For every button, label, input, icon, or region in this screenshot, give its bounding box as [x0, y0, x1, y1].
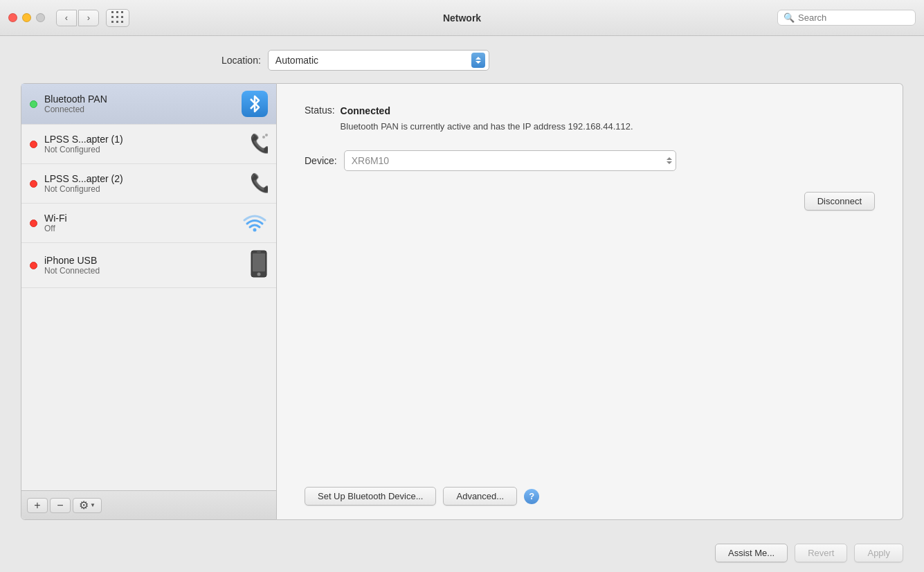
network-name-lpss2: LPSS S...apter (2)	[44, 173, 248, 184]
location-select-wrap: Automatic	[268, 50, 489, 71]
status-dot-red-4	[30, 262, 37, 269]
network-info-iphone: iPhone USB Not Connected	[44, 255, 250, 276]
network-status-iphone: Not Connected	[44, 266, 250, 276]
nav-buttons: ‹ ›	[56, 10, 99, 26]
network-item-lpss2[interactable]: LPSS S...apter (2) Not Configured 📞	[21, 164, 276, 204]
iphone-icon	[250, 250, 268, 280]
apply-button[interactable]: Apply	[854, 544, 903, 562]
help-button[interactable]: ?	[524, 489, 539, 504]
svg-point-1	[262, 136, 265, 138]
phone-icon-1: 📞	[248, 132, 268, 157]
network-info-bluetooth-pan: Bluetooth PAN Connected	[44, 93, 242, 114]
bluetooth-icon	[242, 91, 268, 117]
minimize-button[interactable]	[22, 13, 31, 22]
disconnect-button[interactable]: Disconnect	[804, 192, 875, 211]
status-dot-red-2	[30, 180, 37, 188]
network-name-iphone: iPhone USB	[44, 255, 250, 266]
forward-button[interactable]: ›	[78, 10, 99, 26]
device-row: Device: XR6M10	[305, 150, 875, 171]
grid-icon	[111, 11, 125, 24]
add-network-button[interactable]: +	[27, 498, 48, 513]
network-name: Bluetooth PAN	[44, 93, 242, 105]
close-button[interactable]	[8, 13, 17, 22]
status-dot-red	[30, 141, 37, 148]
device-label: Device:	[305, 155, 337, 166]
back-button[interactable]: ‹	[56, 10, 77, 26]
status-section: Status: Connected Bluetooth PAN is curre…	[305, 105, 875, 134]
network-status-wifi: Off	[44, 224, 242, 233]
status-label: Status:	[305, 105, 335, 116]
gear-icon: ⚙	[79, 499, 89, 512]
status-dot-red-3	[30, 220, 37, 227]
network-items: Bluetooth PAN Connected LP	[21, 84, 276, 490]
svg-text:📞: 📞	[250, 172, 268, 193]
network-status-lpss2: Not Configured	[44, 184, 248, 194]
network-status-lpss1: Not Configured	[44, 145, 248, 154]
gear-chevron-icon: ▼	[90, 502, 96, 508]
assist-me-button[interactable]: Assist Me...	[715, 544, 788, 562]
network-info-wifi: Wi-Fi Off	[44, 213, 242, 233]
svg-point-7	[257, 273, 261, 276]
network-list-panel: Bluetooth PAN Connected LP	[21, 83, 277, 520]
location-row: Location: Automatic	[21, 50, 903, 71]
network-info-lpss1: LPSS S...apter (1) Not Configured	[44, 134, 248, 154]
grid-button[interactable]	[106, 9, 129, 27]
search-input[interactable]	[798, 12, 909, 23]
titlebar: ‹ › Network 🔍	[0, 0, 924, 36]
svg-point-2	[265, 134, 268, 136]
svg-point-4	[253, 229, 257, 232]
setup-bluetooth-button[interactable]: Set Up Bluetooth Device...	[305, 487, 436, 506]
network-item-lpss1[interactable]: LPSS S...apter (1) Not Configured 📞	[21, 125, 276, 164]
phone-svg-2: 📞	[248, 171, 268, 193]
bottom-buttons: Set Up Bluetooth Device... Advanced... ?	[305, 480, 875, 506]
device-select[interactable]: XR6M10	[344, 150, 676, 171]
footer-row: Assist Me... Revert Apply	[0, 534, 924, 572]
network-item-bluetooth-pan[interactable]: Bluetooth PAN Connected	[21, 84, 276, 125]
status-description: Bluetooth PAN is currently active and ha…	[341, 120, 633, 134]
search-bar[interactable]: 🔍	[777, 10, 916, 26]
network-info-lpss2: LPSS S...apter (2) Not Configured	[44, 173, 248, 194]
status-value-block: Connected Bluetooth PAN is currently act…	[341, 105, 633, 134]
network-status: Connected	[44, 105, 242, 114]
network-name-lpss1: LPSS S...apter (1)	[44, 134, 248, 145]
wifi-icon	[242, 211, 268, 235]
maximize-button[interactable]	[36, 13, 45, 22]
advanced-button[interactable]: Advanced...	[443, 487, 517, 506]
middle-section: Bluetooth PAN Connected LP	[21, 83, 903, 520]
disconnect-row: Disconnect	[305, 192, 875, 211]
phone-svg-1: 📞	[248, 132, 268, 154]
wifi-svg	[242, 211, 268, 233]
search-icon: 🔍	[783, 12, 795, 23]
location-select[interactable]: Automatic	[268, 50, 489, 71]
right-panel: Status: Connected Bluetooth PAN is curre…	[277, 83, 903, 520]
status-dot-green	[30, 100, 37, 108]
location-label: Location:	[221, 55, 261, 66]
svg-rect-8	[257, 251, 261, 253]
network-name-wifi: Wi-Fi	[44, 213, 242, 224]
network-toolbar: + − ⚙ ▼	[21, 490, 276, 519]
iphone-svg	[250, 250, 268, 278]
gear-button[interactable]: ⚙ ▼	[73, 498, 102, 513]
bluetooth-svg	[248, 95, 261, 113]
window-title: Network	[443, 12, 481, 24]
status-connected-value: Connected	[341, 105, 390, 116]
remove-network-button[interactable]: −	[50, 498, 71, 513]
window-controls	[8, 13, 45, 22]
phone-icon-2: 📞	[248, 171, 268, 196]
svg-text:📞: 📞	[250, 132, 268, 154]
revert-button[interactable]: Revert	[795, 544, 847, 562]
device-select-wrap: XR6M10	[344, 150, 676, 171]
network-item-iphone-usb[interactable]: iPhone USB Not Connected	[21, 243, 276, 288]
bottom-left-buttons: Set Up Bluetooth Device... Advanced... ?	[305, 487, 539, 506]
svg-rect-6	[253, 253, 265, 271]
network-item-wifi[interactable]: Wi-Fi Off	[21, 204, 276, 243]
main-content: Location: Automatic Bluetooth PAN Connec…	[0, 36, 924, 534]
